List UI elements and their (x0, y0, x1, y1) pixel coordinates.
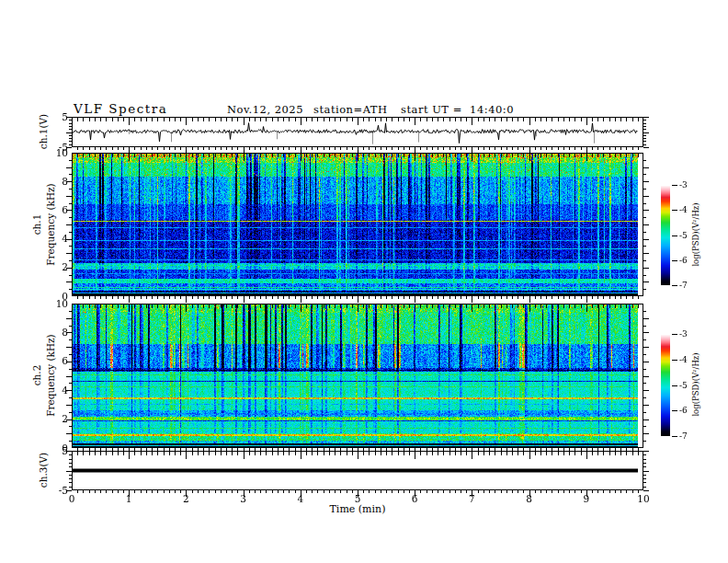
ch3-waveform-canvas (73, 452, 638, 489)
y-tick-label: 2 (39, 261, 68, 272)
header-start-ut: start UT = 14:40:0 (401, 103, 514, 116)
spec2-channel-label: ch.2 (31, 365, 42, 386)
colorbar-spec2 (661, 334, 670, 436)
x-axis-title: Time (min) (312, 503, 404, 515)
y-tick-label: 6 (39, 204, 68, 215)
x-tick-label: 5 (347, 493, 369, 504)
colorbar-tick-label: -4 (679, 355, 701, 364)
y-tick-label: 5 (39, 111, 68, 122)
colorbar-tick-label: -5 (679, 381, 701, 390)
y-tick-label: -5 (39, 485, 68, 496)
x-tick-label: 7 (461, 493, 483, 504)
header-station: station=ATH (313, 103, 388, 116)
y-tick-label: 8 (39, 176, 68, 187)
colorbar-tick-label: -7 (679, 281, 701, 290)
x-tick-label: 8 (518, 493, 540, 504)
spec1-frequency-label: Frequency (kHz) (45, 183, 56, 265)
x-tick-label: 4 (290, 493, 312, 504)
colorbar-tick-label: -3 (679, 329, 701, 339)
ch2-spectrogram-canvas (73, 304, 638, 447)
colorbar-tick-label: -7 (679, 431, 701, 441)
header-date: Nov.12, 2025 (227, 103, 303, 116)
colorbar-tick-label: -6 (679, 406, 701, 415)
colorbar-spec1 (661, 185, 670, 285)
y-tick-label: 2 (39, 413, 68, 424)
ch3-voltage-panel (72, 451, 643, 490)
page-title: VLF Spectra (74, 101, 167, 116)
x-tick-label: 3 (233, 493, 255, 504)
y-tick-label: 10 (39, 298, 68, 309)
x-tick-label: 1 (118, 493, 140, 504)
y-tick-label: 8 (39, 327, 68, 338)
y-tick-label: 6 (39, 355, 68, 366)
ch3-voltage-axis-label: ch.3(V) (38, 453, 49, 488)
ch1-waveform-canvas (73, 118, 638, 146)
ch1-voltage-panel (72, 117, 643, 147)
ch2-spectrogram-panel (72, 304, 643, 448)
colorbar-tick-label: -4 (679, 205, 701, 214)
colorbar-tick-label: -3 (679, 180, 701, 190)
x-tick-label: 9 (575, 493, 597, 504)
colorbar-tick-label: -6 (679, 256, 701, 265)
x-tick-label: 6 (404, 493, 426, 504)
y-tick-label: 4 (39, 385, 68, 396)
y-tick-label: 4 (39, 233, 68, 244)
colorbar-tick-label: -5 (679, 231, 701, 240)
vlf-spectra-plot: VLF Spectra Nov.12, 2025 station=ATH sta… (0, 0, 728, 563)
spec1-channel-label: ch.1 (31, 214, 42, 236)
y-tick-label: 10 (39, 147, 68, 158)
spec2-frequency-label: Frequency (kHz) (45, 334, 56, 416)
ch1-spectrogram-panel (72, 153, 643, 296)
ch1-spectrogram-canvas (73, 154, 638, 295)
y-tick-label: 5 (39, 445, 68, 456)
x-tick-label: 2 (175, 493, 197, 504)
x-tick-label: 10 (632, 493, 654, 504)
